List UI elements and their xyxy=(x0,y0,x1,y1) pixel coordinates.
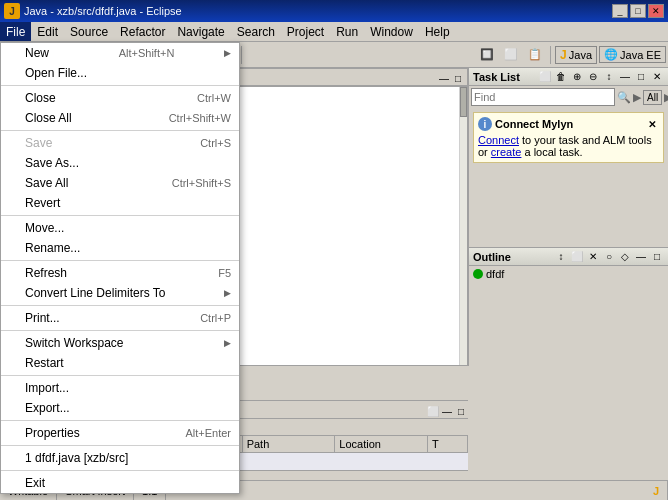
connect-mylyn-box: i Connect Mylyn ✕ Connect to your task a… xyxy=(473,112,664,163)
connect-mylyn-title: Connect Mylyn xyxy=(495,118,573,130)
menu-item-save-all[interactable]: Save All Ctrl+Shift+S xyxy=(1,173,239,193)
sep-4 xyxy=(1,260,239,261)
bottom-panel-icon2[interactable]: — xyxy=(440,404,454,418)
connect-link[interactable]: Connect xyxy=(478,134,519,146)
menu-item-recent-file[interactable]: 1 dfdf.java [xzb/src] xyxy=(1,448,239,468)
bottom-panel-icon3[interactable]: □ xyxy=(454,404,468,418)
task-list-minimize[interactable]: — xyxy=(618,70,632,84)
menu-item-switch-workspace[interactable]: Switch Workspace xyxy=(1,333,239,353)
task-list-panel: Task List ⬜ 🗑 ⊕ ⊖ ↕ — □ ✕ 🔍 ▶ All ▶ A xyxy=(469,68,668,248)
mylyn-suffix: a local task. xyxy=(524,146,582,158)
col-location: Location xyxy=(335,436,428,452)
perspective-javaee[interactable]: 🌐 Java EE xyxy=(599,46,666,63)
outline-item-icon xyxy=(473,269,483,279)
app-icon: J xyxy=(4,3,20,19)
outline-controls: ↕ ⬜ ✕ ○ ◇ — □ xyxy=(554,250,664,264)
status-icon: J xyxy=(645,481,668,500)
outline-maximize[interactable]: □ xyxy=(650,250,664,264)
info-icon: i xyxy=(478,117,492,131)
menu-window[interactable]: Window xyxy=(364,22,419,41)
outline-title: Outline xyxy=(473,251,511,263)
editor-controls: — □ xyxy=(435,71,467,86)
menu-refactor[interactable]: Refactor xyxy=(114,22,171,41)
menu-item-restart[interactable]: Restart xyxy=(1,353,239,373)
connect-mylyn-header: i Connect Mylyn ✕ xyxy=(478,117,659,131)
editor-scrollbar-thumb[interactable] xyxy=(460,87,467,117)
minimize-button[interactable]: _ xyxy=(612,4,628,18)
task-list-controls: ⬜ 🗑 ⊕ ⊖ ↕ — □ ✕ xyxy=(538,70,664,84)
sep-10 xyxy=(1,470,239,471)
menu-item-close-all[interactable]: Close All Ctrl+Shift+W xyxy=(1,108,239,128)
javaee-label: Java EE xyxy=(620,49,661,61)
menu-item-convert-line[interactable]: Convert Line Delimiters To xyxy=(1,283,239,303)
java-perspective-icon: J xyxy=(560,48,567,62)
outline-icon1[interactable]: ↕ xyxy=(554,250,568,264)
col-t: T xyxy=(428,436,468,452)
find-separator: ▶ xyxy=(633,91,641,104)
outline-item-label: dfdf xyxy=(486,268,504,280)
outline-icon5[interactable]: ◇ xyxy=(618,250,632,264)
menu-source[interactable]: Source xyxy=(64,22,114,41)
sep-6 xyxy=(1,330,239,331)
menu-item-save-as[interactable]: Save As... xyxy=(1,153,239,173)
find-arrow: ▶ xyxy=(664,91,668,104)
task-list-icon5[interactable]: ↕ xyxy=(602,70,616,84)
menu-item-revert[interactable]: Revert xyxy=(1,193,239,213)
outline-icon3[interactable]: ✕ xyxy=(586,250,600,264)
maximize-button[interactable]: □ xyxy=(630,4,646,18)
menu-project[interactable]: Project xyxy=(281,22,330,41)
menu-item-move[interactable]: Move... xyxy=(1,218,239,238)
menu-item-refresh[interactable]: Refresh F5 xyxy=(1,263,239,283)
find-bar: 🔍 ▶ All ▶ Activate... xyxy=(469,86,668,108)
task-list-icon2[interactable]: 🗑 xyxy=(554,70,568,84)
bottom-panel-icon1[interactable]: ⬜ xyxy=(426,404,440,418)
editor-scrollbar[interactable] xyxy=(459,87,467,365)
sep-1 xyxy=(1,85,239,86)
tb9[interactable]: ⬜ xyxy=(500,44,522,66)
all-button[interactable]: All xyxy=(643,90,662,105)
menu-item-print[interactable]: Print... Ctrl+P xyxy=(1,308,239,328)
menu-item-open-file[interactable]: Open File... xyxy=(1,63,239,83)
outline-minimize[interactable]: — xyxy=(634,250,648,264)
sep-8 xyxy=(1,420,239,421)
window-title: Java - xzb/src/dfdf.java - Eclipse xyxy=(24,5,182,17)
sep-7 xyxy=(1,375,239,376)
javaee-icon: 🌐 xyxy=(604,48,618,61)
menu-item-exit[interactable]: Exit xyxy=(1,473,239,493)
menu-run[interactable]: Run xyxy=(330,22,364,41)
menu-item-new[interactable]: New Alt+Shift+N xyxy=(1,43,239,63)
task-list-icon3[interactable]: ⊕ xyxy=(570,70,584,84)
find-input[interactable] xyxy=(471,88,615,106)
task-list-close[interactable]: ✕ xyxy=(650,70,664,84)
close-button[interactable]: ✕ xyxy=(648,4,664,18)
menu-item-close[interactable]: Close Ctrl+W xyxy=(1,88,239,108)
outline-icon4[interactable]: ○ xyxy=(602,250,616,264)
create-link[interactable]: create xyxy=(491,146,522,158)
task-list-icon4[interactable]: ⊖ xyxy=(586,70,600,84)
outline-icon2[interactable]: ⬜ xyxy=(570,250,584,264)
editor-minimize[interactable]: — xyxy=(437,71,451,85)
sep-5 xyxy=(1,305,239,306)
menu-item-export[interactable]: Export... xyxy=(1,398,239,418)
editor-maximize[interactable]: □ xyxy=(451,71,465,85)
perspective-java[interactable]: J Java xyxy=(555,46,597,64)
outline-item-dfdf[interactable]: dfdf xyxy=(469,266,668,282)
task-list-icon1[interactable]: ⬜ xyxy=(538,70,552,84)
connect-mylyn-body: Connect to your task and ALM tools or cr… xyxy=(478,134,659,158)
file-menu-dropdown: New Alt+Shift+N Open File... Close Ctrl+… xyxy=(0,42,240,494)
tb10[interactable]: 📋 xyxy=(524,44,546,66)
tb8[interactable]: 🔲 xyxy=(476,44,498,66)
menu-item-save[interactable]: Save Ctrl+S xyxy=(1,133,239,153)
menu-search[interactable]: Search xyxy=(231,22,281,41)
menu-item-rename[interactable]: Rename... xyxy=(1,238,239,258)
menu-file[interactable]: File xyxy=(0,22,31,41)
mylyn-close-icon[interactable]: ✕ xyxy=(645,117,659,131)
menu-help[interactable]: Help xyxy=(419,22,456,41)
find-icon[interactable]: 🔍 xyxy=(617,91,631,104)
menu-navigate[interactable]: Navigate xyxy=(171,22,230,41)
task-list-maximize[interactable]: □ xyxy=(634,70,648,84)
title-controls[interactable]: _ □ ✕ xyxy=(612,4,664,18)
menu-item-import[interactable]: Import... xyxy=(1,378,239,398)
menu-item-properties[interactable]: Properties Alt+Enter xyxy=(1,423,239,443)
menu-edit[interactable]: Edit xyxy=(31,22,64,41)
